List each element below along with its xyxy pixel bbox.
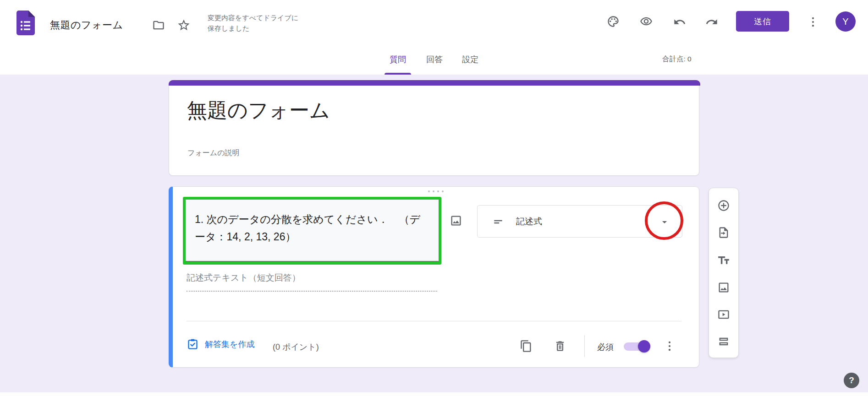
- redo-icon[interactable]: [705, 16, 718, 28]
- form-title-input[interactable]: 無題のフォーム: [187, 97, 330, 124]
- delete-icon[interactable]: [554, 340, 566, 353]
- required-toggle[interactable]: [624, 342, 649, 351]
- bottom-strip: [0, 392, 868, 396]
- answer-key-button[interactable]: 解答集を作成: [187, 338, 254, 350]
- points-label: (0 ポイント): [273, 342, 319, 353]
- save-status-text: 変更内容をすべてドライブに 保存しました: [208, 12, 298, 33]
- form-title-card: 無題のフォーム フォームの説明: [169, 80, 699, 176]
- question-type-dropdown[interactable]: 記述式: [477, 205, 682, 238]
- theme-palette-icon[interactable]: [607, 15, 620, 28]
- question-more-options-icon[interactable]: [663, 340, 676, 353]
- tab-responses[interactable]: 回答: [421, 44, 448, 75]
- app-header: 無題のフォーム 変更内容をすべてドライブに 保存しました 送信 Y: [0, 0, 868, 44]
- add-question-icon[interactable]: [717, 199, 730, 212]
- question-type-label: 記述式: [516, 216, 542, 228]
- account-avatar[interactable]: Y: [835, 11, 856, 32]
- add-image-toolbar-icon[interactable]: [717, 281, 730, 294]
- duplicate-icon[interactable]: [520, 340, 533, 353]
- tab-settings[interactable]: 設定: [456, 44, 484, 75]
- document-title[interactable]: 無題のフォーム: [50, 18, 123, 32]
- form-description-input[interactable]: フォームの説明: [187, 148, 240, 158]
- short-answer-placeholder[interactable]: 記述式テキスト（短文回答）: [187, 272, 437, 292]
- more-options-icon[interactable]: [807, 16, 819, 28]
- answer-key-icon: [187, 338, 199, 350]
- undo-icon[interactable]: [673, 16, 686, 28]
- title-card-accent-bar: [169, 80, 700, 86]
- annotation-highlight-box: 1. 次のデータの分散を求めてください． （データ：14, 2, 13, 26）: [183, 197, 441, 265]
- add-video-icon[interactable]: [717, 308, 730, 321]
- tab-questions[interactable]: 質問: [384, 44, 412, 75]
- short-answer-icon: [492, 216, 504, 228]
- add-section-icon[interactable]: [717, 335, 730, 348]
- required-label: 必須: [597, 342, 614, 353]
- card-divider: [187, 321, 681, 321]
- editor-side-toolbar: [709, 188, 739, 358]
- send-button[interactable]: 送信: [736, 11, 789, 32]
- import-questions-icon[interactable]: [717, 226, 730, 239]
- question-text-input[interactable]: 1. 次のデータの分散を求めてください． （データ：14, 2, 13, 26）: [186, 200, 439, 262]
- chevron-down-icon: [659, 217, 670, 228]
- google-forms-logo-icon[interactable]: [15, 11, 36, 35]
- question-card: 1. 次のデータの分散を求めてください． （データ：14, 2, 13, 26）…: [169, 186, 699, 368]
- star-icon[interactable]: [177, 18, 191, 32]
- add-image-icon[interactable]: [450, 214, 462, 227]
- form-tab-bar: 質問 回答 設定 合計点: 0: [0, 44, 868, 75]
- move-folder-icon[interactable]: [152, 19, 165, 32]
- help-button[interactable]: ?: [844, 373, 859, 388]
- drag-handle-icon[interactable]: [428, 190, 444, 192]
- form-editor-canvas: 無題のフォーム フォームの説明 1. 次のデータの分散を求めてください． （デー…: [0, 75, 868, 396]
- toggle-thumb: [638, 340, 650, 353]
- total-points-label: 合計点: 0: [662, 54, 692, 64]
- preview-eye-icon[interactable]: [640, 15, 653, 28]
- vertical-divider: [584, 335, 585, 357]
- add-title-description-icon[interactable]: [717, 253, 731, 267]
